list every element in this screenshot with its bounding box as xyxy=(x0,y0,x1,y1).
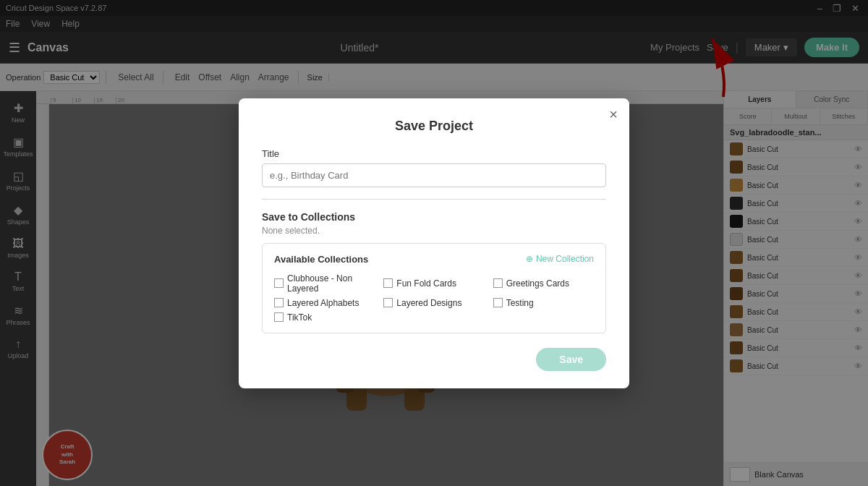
collection-label: TikTok xyxy=(287,312,312,323)
none-selected-text: None selected. xyxy=(262,226,606,236)
collection-checkbox-fun-fold[interactable] xyxy=(383,278,393,288)
plus-circle-icon: ⊕ xyxy=(526,254,533,264)
modal-divider xyxy=(262,199,606,200)
title-label: Title xyxy=(262,148,606,159)
collections-box: Available Collections ⊕ New Collection C… xyxy=(262,243,606,333)
new-collection-button[interactable]: ⊕ New Collection xyxy=(526,254,594,264)
collection-checkbox-testing[interactable] xyxy=(493,298,503,307)
collection-item-clubhouse: Clubhouse - Non Layered xyxy=(274,273,375,294)
collection-item-layered-alpha: Layered Alphabets xyxy=(274,298,375,308)
collection-label: Greetings Cards xyxy=(506,278,569,289)
title-input[interactable] xyxy=(262,163,606,187)
collection-checkbox-clubhouse[interactable] xyxy=(274,278,284,288)
collection-checkbox-greetings[interactable] xyxy=(493,278,503,288)
collection-checkbox-layered-alpha[interactable] xyxy=(274,298,284,307)
modal-title: Save Project xyxy=(262,119,606,134)
collections-grid: Clubhouse - Non Layered Fun Fold Cards G… xyxy=(274,273,594,323)
save-to-collections-label: Save to Collections xyxy=(262,211,606,223)
modal-overlay: × Save Project Title Save to Collections… xyxy=(0,0,868,486)
modal-close-button[interactable]: × xyxy=(609,107,618,122)
collection-checkbox-tiktok[interactable] xyxy=(274,312,284,322)
collection-label: Testing xyxy=(506,298,534,308)
collection-item-greetings: Greetings Cards xyxy=(493,273,594,294)
modal-save-button[interactable]: Save xyxy=(536,348,606,371)
collection-label: Fun Fold Cards xyxy=(396,278,456,289)
collection-item-tiktok: TikTok xyxy=(274,312,375,323)
collection-item-layered-designs: Layered Designs xyxy=(383,298,484,308)
available-collections-label: Available Collections xyxy=(274,254,368,265)
collection-checkbox-layered-designs[interactable] xyxy=(383,298,393,307)
collection-item-testing: Testing xyxy=(493,298,594,308)
collection-label: Layered Designs xyxy=(396,298,461,308)
collections-header: Available Collections ⊕ New Collection xyxy=(274,254,594,265)
collection-label: Clubhouse - Non Layered xyxy=(287,273,375,294)
collection-label: Layered Alphabets xyxy=(287,298,359,308)
modal-footer: Save xyxy=(262,348,606,371)
save-project-modal: × Save Project Title Save to Collections… xyxy=(239,98,629,388)
collection-item-fun-fold: Fun Fold Cards xyxy=(383,273,484,294)
